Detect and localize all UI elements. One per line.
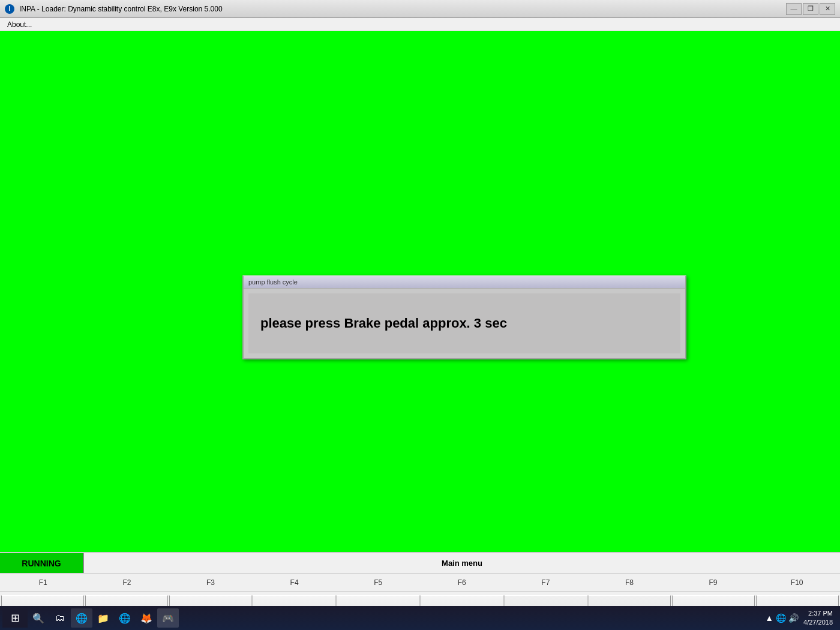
taskbar-edge-icon[interactable]: 🌐 [71, 608, 92, 628]
menubar: About... [0, 18, 840, 31]
clock-time: 2:37 PM [803, 609, 833, 618]
fkey-label-f2: F2 [85, 578, 169, 587]
fkey-label-f7: F7 [504, 578, 588, 587]
app-icon: I [5, 4, 14, 14]
taskbar-app-icon[interactable]: 🎮 [157, 608, 179, 628]
dialog-box: pump flush cycle please press Brake peda… [242, 275, 686, 359]
fkey-label-f5: F5 [336, 578, 420, 587]
fkey-label-f10: F10 [755, 578, 839, 587]
taskbar-right: ▲ 🌐 🔊 2:37 PM 4/27/2018 [765, 609, 838, 628]
minimize-button[interactable]: — [786, 3, 802, 15]
fkey-label-f8: F8 [587, 578, 671, 587]
clock[interactable]: 2:37 PM 4/27/2018 [803, 609, 833, 628]
main-menu-label: Main menu [84, 559, 840, 568]
restore-button[interactable]: ❐ [803, 3, 818, 15]
fkey-label-f6: F6 [420, 578, 504, 587]
titlebar-left: I INPA - Loader: Dynamic stability contr… [5, 4, 223, 14]
menu-item-about[interactable]: About... [2, 19, 37, 30]
taskbar-task-view-icon[interactable]: 🗂 [49, 608, 71, 628]
taskbar-search-icon[interactable]: 🔍 [28, 608, 49, 628]
window-controls: — ❐ ✕ [786, 3, 835, 15]
system-tray: ▲ 🌐 🔊 [765, 613, 799, 623]
dialog-message: please press Brake pedal approx. 3 sec [260, 316, 507, 331]
fkey-label-f9: F9 [671, 578, 755, 587]
taskbar-explorer-icon[interactable]: 📁 [92, 608, 114, 628]
titlebar: I INPA - Loader: Dynamic stability contr… [0, 0, 840, 18]
dialog-titlebar: pump flush cycle [244, 276, 685, 289]
window-title: INPA - Loader: Dynamic stability control… [19, 5, 223, 13]
fkey-label-f1: F1 [1, 578, 85, 587]
function-keys-row: F1 F2 F3 F4 F5 F6 F7 F8 F9 F10 [0, 574, 840, 592]
main-area: pump flush cycle please press Brake peda… [0, 31, 840, 552]
taskbar-chrome-icon[interactable]: 🌐 [114, 608, 136, 628]
fkey-label-f3: F3 [169, 578, 253, 587]
taskbar-firefox-icon[interactable]: 🦊 [136, 608, 157, 628]
fkey-label-f4: F4 [253, 578, 337, 587]
clock-date: 4/27/2018 [803, 618, 833, 627]
tray-volume-icon[interactable]: 🔊 [788, 613, 799, 623]
status-row: RUNNING Main menu [0, 553, 840, 574]
close-button[interactable]: ✕ [820, 3, 835, 15]
tray-up-arrow[interactable]: ▲ [765, 613, 773, 623]
start-button[interactable]: ⊞ [2, 608, 28, 628]
running-badge: RUNNING [0, 553, 84, 573]
taskbar: ⊞ 🔍 🗂 🌐 📁 🌐 🦊 🎮 ▲ 🌐 🔊 2:37 PM 4/27/2018 [0, 606, 840, 630]
tray-network-icon[interactable]: 🌐 [776, 613, 786, 623]
dialog-content: please press Brake pedal approx. 3 sec [248, 293, 680, 353]
